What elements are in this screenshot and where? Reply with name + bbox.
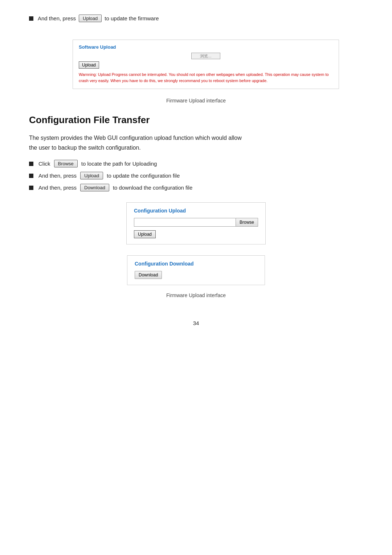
bullet-icon [29, 16, 33, 21]
config-bullet-2-post: to update the configuration file [107, 173, 180, 179]
bullet-icon-1 [29, 162, 33, 166]
firmware-caption: Firmware Upload interface [29, 98, 363, 104]
config-download-title: Configuration Download [135, 261, 257, 267]
bullet-icon-3 [29, 186, 33, 190]
config-bullet-2: And then, press Upload to update the con… [29, 172, 363, 179]
config-caption: Firmware Upload interface [29, 292, 363, 298]
firmware-upload-box: Software Upload Upload Warnning: Upload … [51, 33, 363, 93]
config-file-input-row: Browse [134, 218, 258, 227]
config-download-submit-button[interactable]: Download [135, 271, 162, 279]
config-heading: Configuration File Transfer [29, 114, 363, 126]
config-bullet-3-post: to download the configuration file [113, 185, 192, 191]
config-upload-button[interactable]: Upload [80, 172, 103, 179]
firmware-file-input[interactable] [191, 53, 220, 59]
top-bullet-1-pre: And then, press [38, 15, 76, 21]
config-desc-line1: The system provides the Web GUI configur… [29, 135, 242, 141]
firmware-box-title: Software Upload [79, 44, 333, 50]
browse-button[interactable]: Browse [54, 160, 78, 167]
config-bullet-2-pre: And then, press [38, 173, 77, 179]
firmware-file-row [79, 53, 333, 59]
config-desc-line2: the user to backup the switch configurat… [29, 145, 141, 151]
config-bullet-1-pre: Click [38, 161, 50, 167]
config-file-input[interactable] [134, 218, 236, 227]
top-section: And then, press Upload to update the fir… [29, 15, 363, 22]
firmware-upload-button[interactable]: Upload [79, 61, 99, 69]
config-section: Configuration File Transfer The system p… [29, 114, 363, 298]
config-bullets: Click Browse to locate the path for Uplo… [29, 160, 363, 191]
top-bullet-1: And then, press Upload to update the fir… [29, 15, 363, 22]
top-upload-button[interactable]: Upload [79, 15, 102, 22]
config-bullet-1-post: to locate the path for Uploading [81, 161, 157, 167]
config-boxes: Configuration Upload Browse Upload Confi… [29, 202, 363, 285]
firmware-warning: Warnning: Upload Progress cannot be inte… [79, 72, 333, 84]
config-upload-submit-button[interactable]: Upload [134, 230, 156, 238]
config-download-button[interactable]: Download [80, 184, 109, 191]
config-download-box: Configuration Download Download [127, 255, 265, 285]
config-description: The system provides the Web GUI configur… [29, 133, 363, 153]
top-bullet-1-post: to update the firmware [105, 15, 159, 21]
config-bullet-1: Click Browse to locate the path for Uplo… [29, 160, 363, 167]
config-upload-title: Configuration Upload [134, 208, 258, 214]
bullet-icon-2 [29, 174, 33, 178]
config-browse-button[interactable]: Browse [236, 218, 258, 227]
config-bullet-3: And then, press Download to download the… [29, 184, 363, 191]
config-upload-box: Configuration Upload Browse Upload [126, 202, 266, 244]
page-number: 34 [29, 320, 363, 326]
firmware-box-container: Software Upload Upload Warnning: Upload … [73, 40, 339, 89]
config-bullet-3-pre: And then, press [38, 185, 77, 191]
firmware-upload-btn-row: Upload [79, 61, 333, 69]
